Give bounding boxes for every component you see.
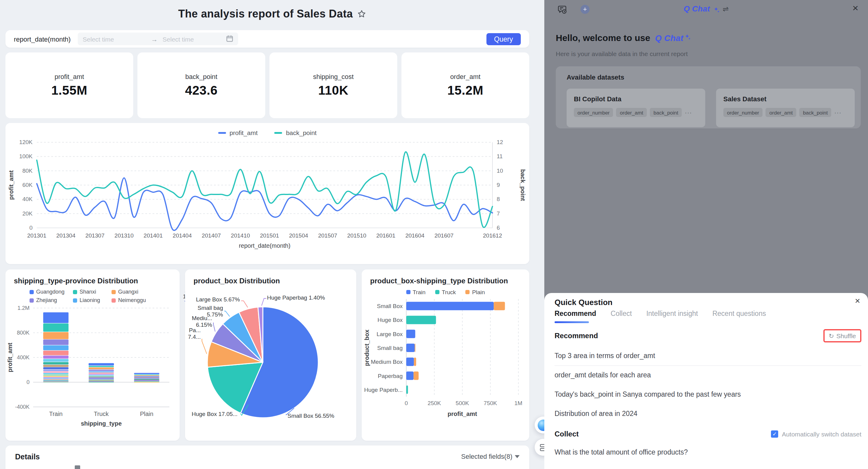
welcome-heading: Hello, welcome to use Q Chat <box>556 33 690 43</box>
legend-item-Guangxi[interactable]: Guangxi <box>112 289 154 295</box>
recommend-question[interactable]: order_amt details for each area <box>555 365 861 385</box>
legend-item-profit_amt[interactable]: profit_amt <box>218 129 258 136</box>
tab-recent-questions[interactable]: Recent questions <box>712 310 766 317</box>
legend-swatch <box>435 290 439 294</box>
tab-intelligent-insight[interactable]: Intelligent insight <box>646 310 698 317</box>
qchat-panel: + Q Chat ⇌ × Hello, welcome to use Q Cha… <box>544 0 868 469</box>
legend-item-Zhejiang[interactable]: Zhejiang <box>30 297 73 303</box>
svg-text:report_date(month): report_date(month) <box>239 242 290 249</box>
svg-text:profit_amt: profit_amt <box>7 343 13 372</box>
legend-swatch <box>275 132 282 133</box>
panel-close-icon[interactable]: × <box>852 2 858 14</box>
legend-swatch <box>112 290 116 294</box>
recommend-question[interactable]: Today's back_point in Sanya compared to … <box>555 385 861 404</box>
recommend-question[interactable]: Distribution of area in 2024 <box>555 404 861 423</box>
svg-text:500K: 500K <box>456 400 469 406</box>
svg-text:profit_amt: profit_amt <box>8 170 14 200</box>
favorite-star-icon[interactable] <box>358 10 366 18</box>
dataset-field-chip: order_amt <box>616 108 647 117</box>
svg-text:Truck: Truck <box>94 410 109 417</box>
svg-text:Plain: Plain <box>140 410 153 417</box>
end-date-placeholder: Select time <box>162 35 226 42</box>
legend-swatch <box>73 290 77 294</box>
kpi-card: order_amt15.2M <box>401 53 529 118</box>
svg-text:0: 0 <box>29 224 33 231</box>
date-range-input[interactable]: Select time → Select time <box>78 33 238 45</box>
dataset-field-chip: order_number <box>574 108 613 117</box>
recommend-section-header: Recommend ↻ Shuffle <box>555 327 861 345</box>
hbar-chart-title: product_box-shipping_type Distribution <box>362 270 529 285</box>
trend-line-chart[interactable]: 0620K740K860K980K10100K11120K12201301201… <box>5 136 529 263</box>
welcome-subtitle: Here is your available data in the curre… <box>556 50 688 57</box>
selected-fields-dropdown[interactable]: Selected fields(8) <box>461 453 520 460</box>
svg-text:100K: 100K <box>19 153 33 159</box>
legend-swatch <box>30 290 34 294</box>
legend-label: Shanxi <box>80 289 96 295</box>
recommend-question[interactable]: Top 3 area in terms of order_amt <box>555 346 861 366</box>
quick-question-panel: Quick Question × RecommendCollectIntelli… <box>544 293 868 469</box>
kpi-value: 1.55M <box>51 83 87 98</box>
svg-text:201612: 201612 <box>483 232 502 239</box>
svg-text:201607: 201607 <box>434 232 453 239</box>
kpi-label: order_amt <box>450 73 480 80</box>
svg-text:12: 12 <box>497 139 503 145</box>
dataset-card-bi-copilot-data[interactable]: BI Copilot Dataorder_numberorder_amtback… <box>567 89 705 127</box>
svg-text:201401: 201401 <box>144 232 162 239</box>
dataset-field-chip: order_number <box>723 108 763 117</box>
pie-chart[interactable]: Large Box 5.67%Small bag5.75%Mediu...6.1… <box>185 285 356 437</box>
svg-text:750K: 750K <box>484 400 497 406</box>
legend-item-Liaoning[interactable]: Liaoning <box>73 297 112 303</box>
svg-text:201407: 201407 <box>202 232 221 239</box>
svg-text:Paperbag: Paperbag <box>378 373 403 379</box>
hbar-legend: TrainTruckPlain <box>362 289 529 295</box>
chevron-down-icon <box>515 455 520 458</box>
checkbox-checked-icon[interactable]: ✓ <box>771 430 778 438</box>
svg-text:Large Box: Large Box <box>376 331 403 337</box>
svg-text:201604: 201604 <box>405 232 425 239</box>
stack-bar-chart[interactable]: -400K0400K800K1.2MTrainTruckPlainshippin… <box>5 303 180 431</box>
table-header-fragment <box>75 465 80 469</box>
pie-chart-card: product_box Distribution Large Box 5.67%… <box>185 270 356 441</box>
hbar-chart[interactable]: 0250K500K750K1MSmall BoxHuge BoxLarge Bo… <box>362 295 529 429</box>
hbar-chart-card: product_box-shipping_type Distribution T… <box>362 270 529 441</box>
legend-swatch <box>406 290 410 294</box>
svg-text:Train: Train <box>49 410 63 417</box>
tab-collect[interactable]: Collect <box>611 310 632 317</box>
legend-swatch <box>73 298 77 302</box>
dataset-name: BI Copilot Data <box>574 95 698 102</box>
qchat-logo: Q Chat ⇌ <box>544 4 868 13</box>
dataset-card-sales-dataset[interactable]: Sales Datasetorder_numberorder_amtback_p… <box>716 89 855 127</box>
legend-item-Neimenggu[interactable]: Neimenggu <box>112 297 154 303</box>
legend-label: back_point <box>286 129 317 136</box>
pie-label-huge-box: Huge Box 17.05... <box>192 410 238 417</box>
legend-item-Train[interactable]: Train <box>406 289 426 295</box>
svg-text:0: 0 <box>27 379 30 385</box>
svg-text:8: 8 <box>497 196 500 202</box>
svg-text:201404: 201404 <box>173 232 192 239</box>
legend-swatch <box>30 298 34 302</box>
tab-recommend[interactable]: Recommend <box>555 310 596 317</box>
svg-text:400K: 400K <box>17 354 30 361</box>
page-title: The analysis report of Sales Data <box>178 7 352 20</box>
legend-item-Shanxi[interactable]: Shanxi <box>73 289 112 295</box>
switch-panel-icon[interactable]: ⇌ <box>723 4 729 13</box>
query-button[interactable]: Query <box>486 33 521 45</box>
legend-label: Guangxi <box>118 289 138 295</box>
legend-label: Liaoning <box>80 297 100 303</box>
collect-question[interactable]: What is the total amount of office produ… <box>555 442 861 462</box>
shuffle-button[interactable]: ↻ Shuffle <box>829 332 856 339</box>
svg-text:201601: 201601 <box>376 232 395 239</box>
pie-label-small-box: Small Box 56.55% <box>287 412 334 419</box>
legend-item-back_point[interactable]: back_point <box>275 129 317 136</box>
kpi-value: 110K <box>318 83 349 98</box>
report-dashboard: The analysis report of Sales Data report… <box>0 0 544 469</box>
legend-item-Guangdong[interactable]: Guangdong <box>30 289 73 295</box>
pie-label-paperbag: Pa...7.4... <box>188 327 201 340</box>
auto-switch-dataset[interactable]: ✓ Automatically switch dataset <box>771 430 861 438</box>
quick-question-close-icon[interactable]: × <box>855 295 860 306</box>
legend-swatch <box>112 298 116 302</box>
legend-item-Plain[interactable]: Plain <box>466 289 485 295</box>
legend-item-Truck[interactable]: Truck <box>435 289 456 295</box>
details-title: Details <box>15 453 40 461</box>
filter-label: report_date(month) <box>14 35 70 42</box>
